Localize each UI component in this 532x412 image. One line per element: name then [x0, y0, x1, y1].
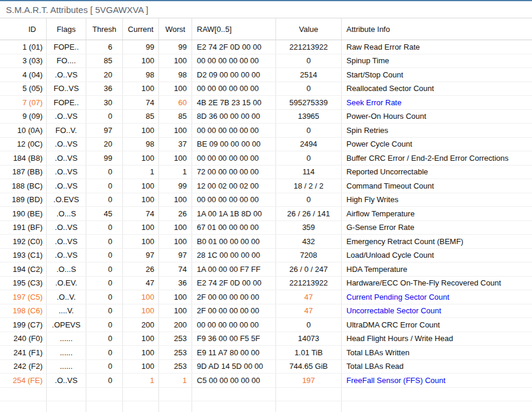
cell-value: 197 [276, 374, 342, 387]
panel-title: S.M.A.R.T. Attributes [ 5VGAWXVA ] [6, 5, 148, 15]
cell-raw [192, 401, 276, 412]
table-body: 1 (01) FOPE.. 6 99 99 E2 74 2F 0D 00 00 … [0, 40, 532, 412]
cell-value: 7208 [276, 249, 342, 262]
table-row[interactable]: 242 (F2) ...... 0 100 253 9D AD 14 5D 00… [0, 360, 532, 374]
table-row[interactable]: 190 (BE) .O...S 45 74 26 1A 00 1A 1B 8D … [0, 207, 532, 221]
cell-id: 187 (BB) [0, 166, 47, 179]
table-row[interactable]: 193 (C1) .O..VS 0 97 97 28 1C 00 00 00 0… [0, 249, 532, 263]
cell-raw: 9D AD 14 5D 00 00 [192, 360, 276, 374]
cell-raw: 72 00 00 00 00 00 [192, 166, 276, 179]
cell-id: 7 (07) [0, 96, 47, 109]
table-row[interactable]: 188 (BC) .O..VS 0 100 99 12 00 02 00 02 … [0, 179, 532, 193]
table-row[interactable]: 1 (01) FOPE.. 6 99 99 E2 74 2F 0D 00 00 … [0, 40, 532, 54]
table-row[interactable]: 3 (03) FO.... 85 100 100 00 00 00 00 00 … [0, 54, 532, 69]
table-row[interactable]: 7 (07) FOPE.. 30 74 60 4B 2E 7B 23 15 00… [0, 96, 532, 110]
cell-id: 194 (C2) [0, 262, 47, 276]
panel-header: S.M.A.R.T. Attributes [ 5VGAWXVA ] [0, 0, 532, 18]
cell-id: 1 (01) [0, 40, 47, 54]
cell-id: 184 (B8) [0, 151, 47, 165]
table-row[interactable]: 254 (FE) .O..VS 0 1 1 C5 00 00 00 00 00 … [0, 374, 532, 388]
cell-current: 100 [123, 82, 159, 96]
cell-flags: .O.EVS [47, 193, 86, 207]
cell-raw: 00 00 00 00 00 00 [192, 151, 276, 165]
cell-id [0, 401, 47, 412]
cell-id: 3 (03) [0, 54, 47, 68]
table-row[interactable]: 198 (C6) ....V. 0 100 100 2F 00 00 00 00… [0, 304, 532, 319]
table-row[interactable]: 184 (B8) .O..VS 99 100 100 00 00 00 00 0… [0, 151, 532, 166]
cell-thresh: 0 [86, 235, 123, 248]
cell-current: 100 [123, 124, 159, 137]
cell-current: 98 [123, 68, 159, 82]
cell-id: 10 (0A) [0, 124, 47, 137]
cell-worst: 99 [159, 40, 192, 54]
cell-thresh: 97 [86, 124, 123, 137]
cell-thresh: 0 [86, 318, 123, 332]
cell-attribute-info: HDA Temperature [342, 262, 532, 276]
cell-attribute-info[interactable]: Seek Error Rate [342, 96, 532, 109]
table-row[interactable]: 195 (C3) .O.EV. 0 47 36 E2 74 2F 0D 00 0… [0, 277, 532, 291]
cell-flags: FO..VS [47, 82, 86, 96]
cell-current: 100 [123, 235, 159, 248]
cell-attribute-info[interactable]: Uncorrectable Sector Count [342, 304, 532, 318]
cell-thresh: 36 [86, 82, 123, 96]
table-row[interactable]: 187 (BB) .O..VS 0 1 1 72 00 00 00 00 00 … [0, 166, 532, 180]
cell-worst: 98 [159, 68, 192, 82]
cell-value: 0 [276, 124, 342, 137]
cell-attribute-info: UltraDMA CRC Error Count [342, 318, 532, 332]
cell-current: 100 [123, 304, 159, 318]
cell-flags: .OPEVS [47, 318, 86, 332]
cell-id: 4 (04) [0, 68, 47, 82]
cell-value: 2514 [276, 68, 342, 82]
cell-worst: 100 [159, 304, 192, 318]
cell-value: 0 [276, 82, 342, 96]
cell-id: 192 (C0) [0, 235, 47, 248]
cell-value [276, 401, 342, 412]
table-row[interactable]: 9 (09) .O..VS 0 85 85 8D 36 00 00 00 00 … [0, 110, 532, 124]
cell-flags: FOPE.. [47, 40, 86, 54]
cell-attribute-info [342, 388, 532, 401]
cell-current: 100 [123, 179, 159, 193]
table-row[interactable]: 194 (C2) .O...S 0 26 74 1A 00 00 00 F7 F… [0, 262, 532, 277]
column-header-thresh[interactable]: Thresh [86, 18, 123, 40]
cell-thresh: 30 [86, 96, 123, 109]
column-header-flags[interactable]: Flags [47, 18, 86, 40]
cell-worst: 26 [159, 207, 192, 220]
column-header-raw[interactable]: RAW[0..5] [192, 18, 276, 40]
cell-id: 190 (BE) [0, 207, 47, 220]
cell-value: 13965 [276, 110, 342, 124]
cell-thresh [86, 401, 123, 412]
cell-raw: F9 36 00 00 F5 5F [192, 332, 276, 346]
table-row[interactable]: 4 (04) .O..VS 20 98 98 D2 09 00 00 00 00… [0, 68, 532, 82]
cell-id: 5 (05) [0, 82, 47, 96]
column-header-worst[interactable]: Worst [159, 18, 192, 40]
cell-attribute-info: High Fly Writes [342, 193, 532, 207]
table-row[interactable]: 199 (C7) .OPEVS 0 200 200 00 00 00 00 00… [0, 318, 532, 332]
cell-worst: 74 [159, 262, 192, 276]
table-row[interactable]: 12 (0C) .O..VS 20 98 37 BE 09 00 00 00 0… [0, 138, 532, 152]
cell-attribute-info: G-Sense Error Rate [342, 221, 532, 235]
column-header-current[interactable]: Current [123, 18, 159, 40]
table-row[interactable]: 10 (0A) FO..V. 97 100 100 00 00 00 00 00… [0, 124, 532, 138]
column-header-attribute-info[interactable]: Attribute Info [342, 18, 532, 40]
table-row[interactable]: 189 (BD) .O.EVS 0 100 100 00 00 00 00 00… [0, 193, 532, 207]
column-header-value[interactable]: Value [276, 18, 342, 40]
cell-current: 1 [123, 166, 159, 179]
cell-worst: 100 [159, 235, 192, 248]
cell-attribute-info: Emergency Retract Count (BEMF) [342, 235, 532, 248]
table-row[interactable]: 197 (C5) .O..V. 0 100 100 2F 00 00 00 00… [0, 290, 532, 304]
cell-attribute-info: Reallocated Sector Count [342, 82, 532, 96]
cell-id [0, 388, 47, 401]
table-row[interactable]: 191 (BF) .O..VS 0 100 100 67 01 00 00 00… [0, 221, 532, 235]
cell-value [276, 388, 342, 401]
cell-attribute-info[interactable]: FreeFall Sensor (FFS) Count [342, 374, 532, 387]
table-row[interactable]: 241 (F1) ...... 0 100 253 E9 11 A7 80 00… [0, 346, 532, 360]
cell-attribute-info[interactable]: Current Pending Sector Count [342, 290, 532, 304]
cell-flags: .O..VS [47, 221, 86, 235]
table-row[interactable]: 5 (05) FO..VS 36 100 100 00 00 00 00 00 … [0, 82, 532, 96]
cell-flags: .O..VS [47, 110, 86, 124]
column-header-id[interactable]: ID [0, 18, 47, 40]
cell-flags [47, 401, 86, 412]
cell-raw: 1A 00 1A 1B 8D 00 [192, 207, 276, 220]
table-row[interactable]: 192 (C0) .O..VS 0 100 100 B0 01 00 00 00… [0, 235, 532, 249]
table-row[interactable]: 240 (F0) ...... 0 100 253 F9 36 00 00 F5… [0, 332, 532, 346]
